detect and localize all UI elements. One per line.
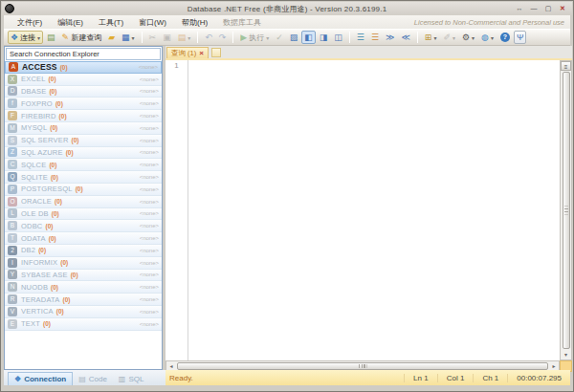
format-sql-button[interactable]: ▨ [287,31,301,44]
connection-count: (0) [49,235,56,242]
connection-item-excel[interactable]: XEXCEL(0)<none> [5,74,162,86]
bottom-tab-code[interactable]: ▤Code [73,372,113,385]
connection-item-oracle[interactable]: OORACLE(0)<none> [5,196,162,208]
connection-count: (0) [50,124,57,131]
chevron-down-icon[interactable]: ▾ [491,34,494,41]
connection-item-ole-db[interactable]: LOLE DB(0)<none> [5,208,162,221]
connection-item-postgresql[interactable]: PPOSTGRESQL(0)<none> [5,184,162,196]
vertical-scroll-thumb[interactable] [563,72,570,349]
connection-item-dbase[interactable]: DDBASE(0)<none> [5,86,162,98]
tab-query-1[interactable]: 查询 (1) × [166,47,209,58]
indent-icon: ≫ [386,32,394,43]
menu-item[interactable]: 编辑(E) [50,17,91,28]
chevron-down-icon[interactable]: ▾ [188,34,190,41]
chevron-down-icon[interactable]: ▾ [266,34,269,41]
connection-count: (0) [43,320,51,327]
result-grid-button[interactable]: ☰ [368,31,382,44]
connect-button[interactable]: ❖连接▾ [8,31,43,44]
settings-button[interactable]: ⚙▾ [459,31,477,44]
connection-count: (0) [52,210,59,217]
export-button[interactable]: ⊞▾ [422,31,440,44]
horizontal-scroll-thumb[interactable] [177,362,548,370]
copy-button[interactable]: ▣ [160,31,174,44]
chevron-down-icon[interactable]: ▾ [132,34,135,41]
connection-item-sql-server[interactable]: SSQL SERVER(0)<none> [5,135,162,147]
connection-value: <none> [140,149,159,155]
open-file-button[interactable]: ▰ [105,31,118,44]
pane-right-button[interactable]: ◫ [331,31,345,44]
connection-item-firebird[interactable]: FFIREBIRD(0)<none> [5,110,162,122]
connection-name: TEXT [21,319,40,328]
chevron-down-icon[interactable]: ▾ [472,34,475,41]
scissors-icon: ✂ [149,32,157,43]
undo-button[interactable]: ↶ [202,31,215,44]
pane-bottom-button[interactable]: ◨ [317,31,331,44]
db2-icon: 2 [8,246,17,255]
connection-item-odbc[interactable]: BODBC(0)<none> [5,220,162,232]
help-button[interactable]: ? [497,31,513,44]
menu-item[interactable]: 帮助(H) [174,17,215,28]
connection-item-sqlite[interactable]: QSQLITE(0)<none> [5,171,162,184]
validate-button[interactable]: ✓ [273,31,286,44]
connection-item-vertica[interactable]: VVERTICA(0)<none> [5,306,162,318]
globe-icon: ◍ [481,32,489,43]
connection-name: FOXPRO [21,99,53,108]
chevron-down-icon[interactable]: ▾ [37,34,40,41]
edit-connection-button[interactable]: ▤ [44,31,58,44]
splitter-handle-icon[interactable]: ≡ [561,61,571,71]
odata-icon: T [8,233,17,243]
connection-item-mysql[interactable]: MMYSQL(0)<none> [5,122,162,135]
code-area[interactable] [188,60,560,360]
outdent-button[interactable]: ≪ [398,31,412,44]
connection-item-teradata[interactable]: RTERADATA(0)<none> [5,294,162,306]
connection-item-db2[interactable]: 2DB2(0)<none> [5,245,162,257]
voice-button[interactable]: Ψ [514,31,527,44]
pane-left-icon: ◧ [304,32,313,43]
connection-item-access[interactable]: AACCESS(0)<none> [5,61,162,74]
chevron-down-icon[interactable]: ▾ [453,34,455,41]
menu-item[interactable]: 窗口(W) [131,17,174,28]
cut-button[interactable]: ✂ [146,31,160,44]
tools-button[interactable]: ✐▾ [440,31,458,44]
new-tab-button[interactable] [211,48,221,57]
chevron-down-icon[interactable]: ▾ [433,34,436,41]
bottom-tab-sql[interactable]: ▥SQL [113,372,150,385]
connection-item-nuodb[interactable]: NNUODB(0)<none> [5,281,162,294]
connection-item-sql-azure[interactable]: ZSQL AZURE(0)<none> [5,147,162,160]
paste-button[interactable]: ▤▾ [175,31,194,44]
indent-button[interactable]: ≫ [383,31,397,44]
minimize-icon[interactable]: — [528,4,540,13]
web-button[interactable]: ◍▾ [478,31,497,44]
redo-button[interactable]: ↷ [216,31,230,44]
vertical-scrollbar[interactable]: ≡ ▾ [560,60,572,360]
maximize-icon[interactable]: ▢ [542,4,554,13]
close-icon[interactable]: ✕ [557,4,568,13]
connection-name: SQL SERVER [21,136,69,144]
sqlserver-icon: S [8,136,17,145]
scroll-down-icon[interactable]: ▾ [562,350,571,359]
play-icon: ▶ [240,32,247,43]
bottom-tab-connection[interactable]: ❖Connection [8,372,73,385]
menu-item[interactable]: 工具(T) [91,17,131,28]
connection-item-odata[interactable]: TODATA(0)<none> [5,232,162,245]
firebird-icon: F [8,111,17,120]
connection-count: (0) [60,64,68,71]
menu-item[interactable]: 数据库工具 [215,17,269,28]
new-query-button[interactable]: ✎新建查询 [59,31,105,44]
menu-item[interactable]: 文件(F) [10,17,50,28]
save-button[interactable]: ▦▾ [119,31,138,44]
search-input[interactable] [6,48,161,60]
connection-item-foxpro[interactable]: fFOXPRO(0)<none> [5,98,162,110]
connection-count: (0) [71,272,78,278]
connection-item-informix[interactable]: IINFORMIX(0)<none> [5,257,162,270]
result-text-button[interactable]: ☰ [354,31,367,44]
pin-icon[interactable]: ↔ [514,4,525,13]
connection-item-text[interactable]: ETEXT(0)<none> [5,318,162,331]
connection-name: TERADATA [21,295,60,304]
execute-button[interactable]: ▶执行▾ [237,31,272,44]
close-icon[interactable]: × [199,50,204,57]
connection-item-sybase-ase[interactable]: YSYBASE ASE(0)<none> [5,270,162,282]
pane-left-button[interactable]: ◧ [301,31,316,44]
connection-item-sqlce[interactable]: CSQLCE(0)<none> [5,159,162,171]
sql-editor[interactable]: 1 [166,60,560,360]
